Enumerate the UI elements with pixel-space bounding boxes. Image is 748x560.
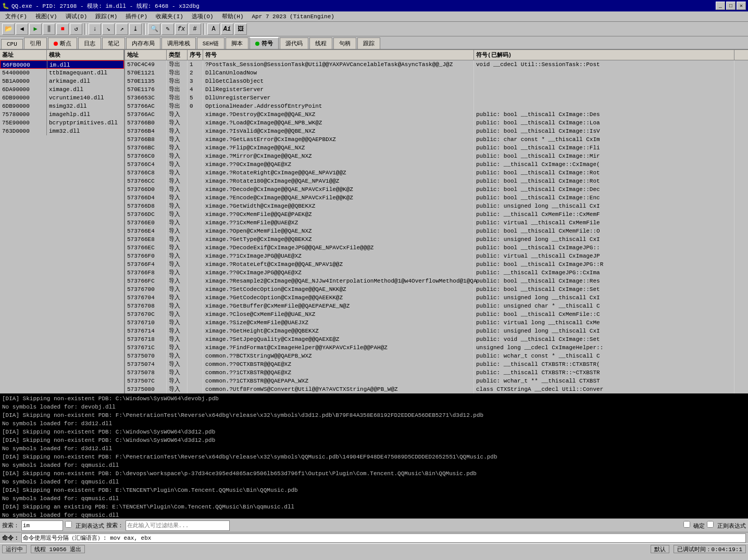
menu-item-m[interactable]: 跟踪(M) bbox=[91, 11, 121, 21]
tab-thread[interactable]: 线程 bbox=[309, 37, 332, 49]
regex2-checkbox[interactable] bbox=[707, 521, 714, 528]
tab-bp[interactable]: 断点 bbox=[48, 37, 77, 49]
symbol-row[interactable]: 573766D4导入ximage.?Encode@CxImage@@QAE_NP… bbox=[125, 194, 748, 202]
tab-note[interactable]: 笔记 bbox=[102, 37, 125, 49]
tab-sym[interactable]: 符号 bbox=[250, 37, 279, 49]
symbol-row[interactable]: 573766E0导入ximage.??1CxMemFile@@UAE@XZpub… bbox=[125, 219, 748, 227]
symbol-row[interactable]: 573766D8导入ximage.?GetWidth@CxImage@@QBEK… bbox=[125, 202, 748, 210]
symbol-row[interactable]: 57376704导入ximage.?GetCodecOption@CxImage… bbox=[125, 294, 748, 302]
symbol-row[interactable]: 573766FC导入ximage.?Resample2@CxImage@@QAE… bbox=[125, 277, 748, 285]
symbol-row[interactable]: 5737670C导入ximage.?Close@CxMemFile@@UAE_N… bbox=[125, 310, 748, 319]
edit-button[interactable]: ✎ bbox=[161, 23, 174, 35]
restart-button[interactable]: ↺ bbox=[70, 23, 82, 35]
function-button[interactable]: fx bbox=[175, 23, 188, 35]
symbol-row[interactable]: 573766F0导入ximage.??1CxImageJPG@@UAE@XZpu… bbox=[125, 252, 748, 260]
step-out-button[interactable]: ↗ bbox=[116, 23, 128, 35]
symbol-row[interactable]: 573766C8导入ximage.?RotateRight@CxImage@@Q… bbox=[125, 169, 748, 177]
symbol-row[interactable]: 57375070导入common.??BCTXStringW@@QAEPB_WX… bbox=[125, 352, 748, 360]
module-row[interactable]: 763D0000imm32.dll bbox=[0, 127, 124, 135]
font-a-button[interactable]: A bbox=[207, 23, 220, 35]
symbol-row[interactable]: 57376718导入ximage.?SetJpegQuality@CxImage… bbox=[125, 335, 748, 343]
back-button[interactable]: ◀ bbox=[16, 23, 28, 35]
symbol-row[interactable]: 5737671C导入ximage.?FindFormat@CxImageHelp… bbox=[125, 343, 748, 352]
console-area[interactable]: [DIA] Skipping non-existent PDB: C:\Wind… bbox=[0, 393, 748, 518]
symbol-row[interactable]: 57375078导入common.??1CTXBSTR@@QAE@XZpubli… bbox=[125, 368, 748, 377]
module-row[interactable]: 75780000imagehlp.dll bbox=[0, 110, 124, 119]
symbol-row[interactable]: 573766B8导入ximage.?GetLastError@CxImage@@… bbox=[125, 135, 748, 144]
module-row[interactable]: 56FB0000im.dll bbox=[0, 60, 124, 69]
symbol-row[interactable]: 57375074导入common.??0CTXBSTR@@QAE@XZpubli… bbox=[125, 360, 748, 368]
step-over-button[interactable]: ↘ bbox=[102, 23, 115, 35]
symbol-row[interactable]: 570E1176导出4DllRegisterServer bbox=[125, 85, 748, 94]
symbol-row[interactable]: 573766D0导入ximage.?Decode@CxImage@@QAE_NP… bbox=[125, 185, 748, 194]
symbol-row[interactable]: 573766B4导入ximage.?IsValid@CxImage@@QBE_N… bbox=[125, 127, 748, 135]
cmd-input[interactable] bbox=[21, 533, 746, 543]
run-to-cursor-button[interactable]: ⤓ bbox=[129, 23, 142, 35]
symbol-row[interactable]: 573766EC导入ximage.?DecodeExif@CxImageJPG@… bbox=[125, 244, 748, 252]
module-row[interactable]: 6DB90000vcruntime140.dll bbox=[0, 94, 124, 102]
module-list-table[interactable]: 56FB0000im.dll54400000ttbImagequant.dll5… bbox=[0, 60, 124, 393]
step-into-button[interactable]: ↓ bbox=[89, 23, 101, 35]
tab-trace[interactable]: 跟踪 bbox=[357, 37, 380, 49]
tab-mem[interactable]: 内存布局 bbox=[126, 37, 160, 49]
menu-item-o[interactable]: 选项(O) bbox=[188, 11, 218, 21]
menu-item-aprtitanengine[interactable]: Apr 7 2023 (TitanEngine) bbox=[248, 12, 339, 21]
module-row[interactable]: 75E90000bcryptprimitives.dll bbox=[0, 119, 124, 127]
symbol-row[interactable]: 573766F8导入ximage.??0CxImageJPG@@QAE@XZpu… bbox=[125, 269, 748, 277]
symbol-row[interactable]: 57376700导入ximage.?SetCodecOption@CxImage… bbox=[125, 285, 748, 294]
symbol-row[interactable]: 573766DC导入ximage.??0CxMemFile@@QAE@PAEK@… bbox=[125, 210, 748, 219]
symbol-row[interactable]: 5737507C导入common.??1CTXBSTR@@QAEPAPA_WXZ… bbox=[125, 377, 748, 385]
menu-item-i[interactable]: 收藏夹(I) bbox=[152, 11, 188, 21]
symbol-row[interactable]: 57376710导入ximage.?Size@CxMemFile@@UAEJXZ… bbox=[125, 319, 748, 327]
maximize-button[interactable]: □ bbox=[726, 2, 735, 10]
module-row[interactable]: 54400000ttbImagequant.dll bbox=[0, 69, 124, 77]
symbol-row[interactable]: 57376714导入ximage.?GetHeight@CxImage@@QBE… bbox=[125, 327, 748, 335]
tab-handle[interactable]: 句柄 bbox=[333, 37, 356, 49]
symbol-row[interactable]: 57375080导入common.?Utf8FromWS@Convert@Uti… bbox=[125, 385, 748, 393]
tab-script[interactable]: 脚本 bbox=[226, 37, 248, 49]
symbol-row[interactable]: 573766BC导入ximage.?Flip@CxImage@@QAE_NXZp… bbox=[125, 144, 748, 152]
symbol-row[interactable]: 573766E4导入ximage.?Open@CxMemFile@@QAE_NX… bbox=[125, 227, 748, 235]
module-row[interactable]: 6DB90000msimg32.dll bbox=[0, 102, 124, 110]
menu-item-p[interactable]: 插件(P) bbox=[121, 11, 152, 21]
image-button[interactable]: 🖼 bbox=[234, 23, 247, 35]
regex-checkbox[interactable] bbox=[65, 521, 72, 528]
tab-seh[interactable]: SEH链 bbox=[197, 37, 225, 49]
tab-stack[interactable]: 调用堆栈 bbox=[161, 37, 196, 49]
search-button[interactable]: 🔍 bbox=[148, 23, 160, 35]
symbol-row[interactable]: 570E1121导出2DllCanUnloadNow bbox=[125, 69, 748, 77]
symbol-row[interactable]: 57376708导入ximage.?GetBuffer@CxMemFile@@Q… bbox=[125, 302, 748, 310]
ai-button[interactable]: Ai bbox=[221, 23, 233, 35]
tab-ref[interactable]: 引用 bbox=[24, 37, 47, 49]
hash-button[interactable]: # bbox=[189, 23, 201, 35]
tab-log[interactable]: 日志 bbox=[78, 37, 101, 49]
filter-input[interactable] bbox=[126, 520, 230, 531]
confirm-checkbox[interactable] bbox=[683, 521, 690, 528]
symbols-table[interactable]: 570C4C49导出1?PostTask_Session@SessionTask… bbox=[125, 60, 748, 393]
symbol-row[interactable]: 573766AC导出0OptionalHeader.AddressOfEntry… bbox=[125, 102, 748, 110]
module-row[interactable]: 6DA90000ximage.dll bbox=[0, 85, 124, 94]
symbol-row[interactable]: 5736653C导出5DllUnregisterServer bbox=[125, 94, 748, 102]
symbol-row[interactable]: 573766CC导入ximage.?Rotate180@CxImage@@QAE… bbox=[125, 177, 748, 185]
run-button[interactable]: ▶ bbox=[29, 23, 42, 35]
symbol-row[interactable]: 573766E8导入ximage.?GetType@CxImage@@QBEKX… bbox=[125, 235, 748, 244]
symbol-row[interactable]: 573766F4导入ximage.?RotateLeft@CxImage@@QA… bbox=[125, 260, 748, 269]
symbol-row[interactable]: 570C4C49导出1?PostTask_Session@SessionTask… bbox=[125, 60, 748, 69]
tab-cpu[interactable]: CPU bbox=[1, 39, 23, 49]
minimize-button[interactable]: _ bbox=[716, 2, 725, 10]
tab-src[interactable]: 源代码 bbox=[280, 37, 308, 49]
stop-button[interactable]: ■ bbox=[56, 23, 69, 35]
symbol-row[interactable]: 573766C0导入ximage.?Mirror@CxImage@@QAE_NX… bbox=[125, 152, 748, 160]
symbol-row[interactable]: 573766B0导入ximage.?Load@CxImage@@QAE_NPB_… bbox=[125, 119, 748, 127]
menu-item-d[interactable]: 调试(D) bbox=[61, 11, 92, 21]
menu-item-h[interactable]: 帮助(H) bbox=[218, 11, 248, 21]
menu-item-f[interactable]: 文件(F) bbox=[1, 11, 31, 21]
symbol-row[interactable]: 573766C4导入ximage.??0CxImage@@QAE@XZpubli… bbox=[125, 160, 748, 169]
open-button[interactable]: 📂 bbox=[2, 23, 15, 35]
search-input[interactable] bbox=[21, 520, 63, 531]
pause-button[interactable]: ‖ bbox=[43, 23, 55, 35]
symbol-row[interactable]: 570E1135导出3DllGetClassObject bbox=[125, 77, 748, 85]
close-button[interactable]: ✕ bbox=[737, 2, 746, 10]
module-row[interactable]: 5B1A0000arkimage.dll bbox=[0, 77, 124, 85]
symbol-row[interactable]: 573766AC导入ximage.?Destroy@CxImage@@QAE_N… bbox=[125, 110, 748, 119]
